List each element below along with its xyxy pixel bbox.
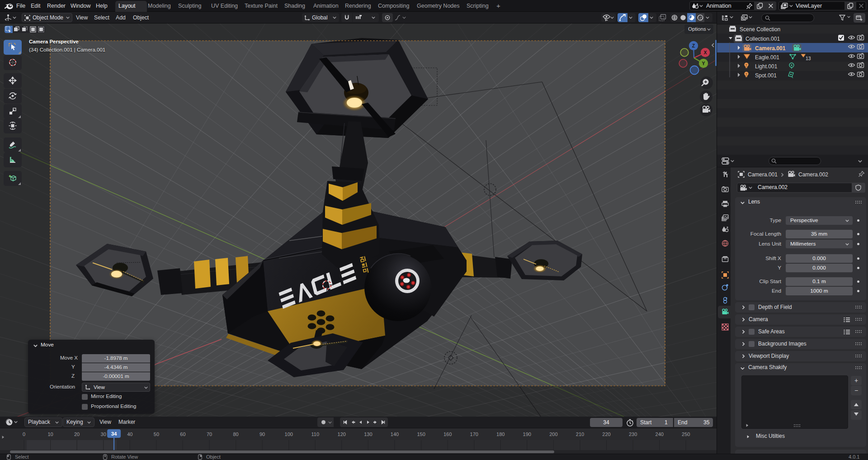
- svg-text:50: 50: [154, 432, 159, 437]
- svg-text:Z: Z: [692, 43, 695, 48]
- svg-text:150: 150: [417, 432, 425, 437]
- svg-text:180: 180: [496, 432, 505, 437]
- svg-text:Collection.001: Collection.001: [745, 36, 780, 42]
- svg-text:10: 10: [47, 432, 53, 437]
- svg-text:Eagle.001: Eagle.001: [755, 54, 779, 61]
- svg-text:13: 13: [806, 56, 811, 61]
- svg-text:70: 70: [207, 432, 212, 437]
- svg-text:90: 90: [259, 432, 265, 437]
- svg-text:130: 130: [364, 432, 372, 437]
- svg-text:Y: Y: [702, 61, 705, 66]
- svg-text:Camera.001: Camera.001: [755, 45, 786, 52]
- svg-text:34: 34: [111, 431, 117, 436]
- svg-text:200: 200: [549, 432, 557, 437]
- svg-text:110: 110: [311, 432, 320, 437]
- svg-text:80: 80: [233, 432, 238, 437]
- svg-text:140: 140: [391, 432, 399, 437]
- svg-text:170: 170: [470, 432, 478, 437]
- svg-text:Light.001: Light.001: [755, 63, 778, 70]
- svg-text:240: 240: [656, 432, 664, 437]
- svg-text:190: 190: [523, 432, 531, 437]
- svg-text:X: X: [703, 50, 707, 55]
- svg-text:20: 20: [74, 432, 80, 437]
- svg-text:230: 230: [629, 432, 637, 437]
- svg-text:160: 160: [443, 432, 452, 437]
- svg-text:210: 210: [576, 432, 584, 437]
- svg-text:120: 120: [338, 432, 346, 437]
- svg-text:Spot.001: Spot.001: [755, 72, 777, 79]
- svg-text:30: 30: [101, 432, 106, 437]
- svg-text:0: 0: [23, 432, 25, 437]
- svg-text:250: 250: [682, 432, 690, 437]
- svg-text:40: 40: [127, 432, 132, 437]
- svg-text:60: 60: [180, 432, 185, 437]
- svg-text:100: 100: [285, 432, 293, 437]
- svg-text:Scene Collection: Scene Collection: [740, 26, 780, 33]
- svg-text:220: 220: [602, 432, 610, 437]
